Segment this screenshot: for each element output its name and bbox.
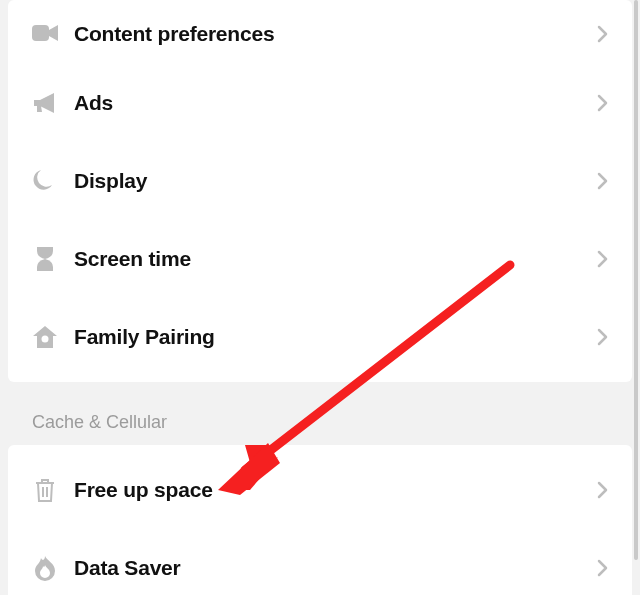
row-free-up-space[interactable]: Free up space [8, 451, 632, 529]
row-data-saver[interactable]: Data Saver [8, 529, 632, 595]
chevron-right-icon [594, 481, 612, 499]
row-screen-time[interactable]: Screen time [8, 220, 632, 298]
row-label: Screen time [60, 247, 594, 271]
trash-icon [30, 476, 60, 504]
hourglass-icon [30, 245, 60, 273]
chevron-right-icon [594, 328, 612, 346]
megaphone-icon [30, 89, 60, 117]
chevron-right-icon [594, 559, 612, 577]
section-cache-cellular: Free up space Data Saver [8, 445, 632, 595]
camera-icon [30, 20, 60, 48]
row-label: Display [60, 169, 594, 193]
row-family-pairing[interactable]: Family Pairing [8, 298, 632, 376]
row-label: Content preferences [60, 22, 594, 46]
home-icon [30, 323, 60, 351]
scrollbar[interactable] [634, 0, 638, 560]
flame-icon [30, 554, 60, 582]
row-display[interactable]: Display [8, 142, 632, 220]
row-label: Free up space [60, 478, 594, 502]
svg-rect-0 [32, 25, 49, 41]
svg-point-1 [42, 336, 49, 343]
row-label: Data Saver [60, 556, 594, 580]
row-ads[interactable]: Ads [8, 64, 632, 142]
settings-viewport: Content preferences Ads Display [0, 0, 640, 595]
chevron-right-icon [594, 172, 612, 190]
section-general: Content preferences Ads Display [8, 0, 632, 382]
row-label: Ads [60, 91, 594, 115]
row-label: Family Pairing [60, 325, 594, 349]
moon-icon [30, 167, 60, 195]
chevron-right-icon [594, 250, 612, 268]
row-content-preferences[interactable]: Content preferences [8, 4, 632, 64]
chevron-right-icon [594, 25, 612, 43]
section-header-cache: Cache & Cellular [8, 382, 632, 445]
chevron-right-icon [594, 94, 612, 112]
